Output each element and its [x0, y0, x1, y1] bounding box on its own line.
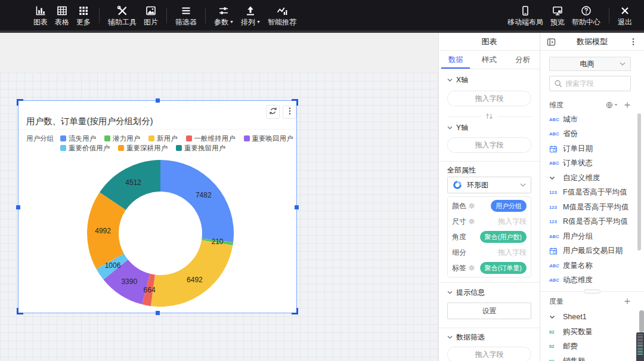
legend-item[interactable]: 潜力用户 [104, 134, 140, 143]
resize-handle-left[interactable] [16, 205, 20, 209]
gear-icon[interactable] [468, 218, 475, 225]
dataset-select[interactable]: 电商 [549, 57, 631, 71]
resize-handle-right[interactable] [295, 205, 299, 209]
x-axis-drop-zone[interactable]: 拖入字段 [447, 91, 531, 106]
toolbar-item-chart[interactable]: 图表 [30, 0, 51, 30]
collapse-panel-icon[interactable] [547, 38, 556, 47]
panel-splitter[interactable] [540, 291, 644, 292]
toolbar-item-more[interactable]: 更多 [73, 0, 94, 30]
dashboard-canvas[interactable]: 用户数、订单量(按用户分组划分) 用户分组流失用户潜力用户新用户一般维持用户重要… [0, 33, 438, 361]
legend-item[interactable]: 重要价值用户 [60, 144, 110, 153]
toolbar-item-smart-recommend[interactable]: 智能推荐 [264, 0, 300, 30]
toolbar-item-help-center[interactable]: 帮助中心 [568, 0, 604, 30]
donut-segment[interactable] [151, 240, 233, 307]
add-measure-icon[interactable] [624, 298, 631, 305]
resize-handle-top[interactable] [156, 98, 160, 103]
legend-swatch [148, 135, 154, 141]
toolbar-item-preview[interactable]: 预览 [547, 0, 568, 30]
resize-handle-bottom-right[interactable] [292, 308, 298, 314]
number-field-icon: 123 [549, 205, 559, 210]
toolbar-item-mobile-layout[interactable]: 移动端布局 [504, 0, 547, 30]
field-row[interactable]: ABC度量名称 [549, 258, 631, 273]
field-row[interactable]: 02销售额 [549, 354, 631, 361]
panel-scrollbar[interactable] [639, 310, 644, 332]
data-filter-section-header[interactable]: 数据筛选 [447, 333, 531, 341]
splitter-handle[interactable] [584, 289, 600, 294]
toolbar-item-params[interactable]: 参数▼ [210, 0, 237, 30]
field-row[interactable]: ABC订单状态 [549, 156, 631, 171]
drop-placeholder[interactable]: 拖入字段 [498, 217, 527, 227]
field-search-input[interactable]: 搜索字段 [549, 76, 631, 91]
table-icon [56, 5, 68, 17]
legend-item[interactable]: 重要挽留用户 [176, 144, 225, 153]
y-axis-drop-zone[interactable]: 拖入字段 [447, 137, 531, 153]
toolbar-left-group: 图表表格更多辅助工具图片筛选器参数▼排列▼智能推荐 [0, 0, 300, 30]
toolbar-item-filter[interactable]: 筛选器 [172, 0, 200, 30]
add-dimension-icon[interactable] [624, 101, 631, 109]
field-row[interactable]: 123M值是否高于平均值 [549, 200, 631, 215]
toolbar-item-image[interactable]: 图片 [140, 0, 162, 30]
field-chip[interactable]: 聚合(订单量) [480, 262, 527, 274]
legend-item[interactable]: 一般维持用户 [186, 134, 236, 143]
card-more-button[interactable] [283, 105, 296, 119]
resize-handle-bottom-left[interactable] [17, 308, 23, 314]
tooltip-section-header[interactable]: 提示信息 [447, 288, 531, 297]
tooltip-settings-button[interactable]: 设置 [447, 303, 531, 319]
toolbar-item-arrange[interactable]: 排列▼ [237, 0, 264, 30]
swap-axes-icon[interactable] [485, 113, 494, 120]
gear-icon[interactable] [468, 264, 475, 271]
legend-title: 用户分组 [26, 134, 60, 143]
tab-样式[interactable]: 样式 [472, 51, 506, 69]
toolbar-item-table[interactable]: 表格 [51, 0, 73, 30]
legend-item[interactable]: 重要深耕用户 [118, 144, 168, 153]
resize-handle-top-left[interactable] [17, 99, 23, 106]
toolbar-divider [609, 8, 609, 23]
gear-icon[interactable] [468, 202, 475, 209]
panel-more-icon[interactable] [628, 37, 638, 47]
toolbar-item-label: 图片 [144, 18, 158, 26]
field-row[interactable]: 02购买数量 [549, 325, 631, 340]
refresh-button[interactable] [266, 105, 280, 119]
legend-item[interactable]: 流失用户 [60, 134, 96, 143]
field-row[interactable]: 123R值是否高于平均值 [549, 215, 631, 230]
chevron-down-icon [549, 176, 559, 180]
field-row[interactable]: ABC省份 [549, 127, 631, 142]
field-chip[interactable]: 用户分组 [491, 200, 527, 212]
field-row[interactable]: 123F值是否高于平均值 [549, 186, 631, 200]
data-filter-drop-zone[interactable]: 拖入字段 [447, 347, 531, 361]
field-row[interactable]: 订单日期 [549, 141, 631, 156]
field-row[interactable]: ABC城市 [549, 112, 631, 127]
axis-swap-divider [447, 113, 531, 120]
dimensions-scrollbar[interactable] [637, 113, 641, 251]
drop-placeholder[interactable]: 拖入字段 [498, 248, 527, 258]
donut-label: 1006 [105, 261, 121, 270]
toolbar-item-assist-tools[interactable]: 辅助工具 [104, 0, 140, 30]
legend-item[interactable]: 新用户 [148, 134, 178, 143]
chart-type-select[interactable]: 环形图 [447, 177, 531, 193]
preview-icon [552, 5, 564, 17]
toolbar-divider [99, 8, 100, 23]
chart-card[interactable]: 用户数、订单量(按用户分组划分) 用户分组流失用户潜力用户新用户一般维持用户重要… [18, 100, 297, 313]
field-chip[interactable]: 聚合(用户数) [480, 231, 527, 243]
legend-label: 潜力用户 [113, 134, 140, 143]
field-row[interactable]: 自定义维度 [549, 171, 631, 186]
region-globe-icon[interactable] [606, 101, 619, 109]
donut-chart[interactable]: 748221064926643390100649924512 [80, 153, 241, 314]
kebab-icon [285, 106, 295, 118]
measure-group-row[interactable]: Sheet1 [549, 310, 631, 323]
field-row[interactable]: 02邮费 [549, 340, 631, 354]
legend-item[interactable]: 重要唤回用户 [244, 134, 293, 143]
y-axis-section-header[interactable]: Y轴 [447, 124, 531, 132]
field-row[interactable]: ABC用户分组 [549, 229, 631, 244]
x-axis-section-header[interactable]: X轴 [447, 76, 531, 84]
prop-label: 标签 [452, 263, 466, 273]
field-name: 城市 [563, 115, 578, 125]
toolbar-item-exit[interactable]: 退出 [614, 0, 636, 30]
tab-数据[interactable]: 数据 [439, 51, 472, 69]
donut-segment[interactable] [160, 160, 234, 242]
field-row[interactable]: ABC动态维度 [549, 273, 631, 288]
toolbar-item-label: 图表 [33, 18, 48, 26]
field-row[interactable]: 用户最后交易日期 [549, 244, 631, 259]
field-name: 用户最后交易日期 [563, 246, 623, 256]
tab-分析[interactable]: 分析 [506, 51, 540, 69]
